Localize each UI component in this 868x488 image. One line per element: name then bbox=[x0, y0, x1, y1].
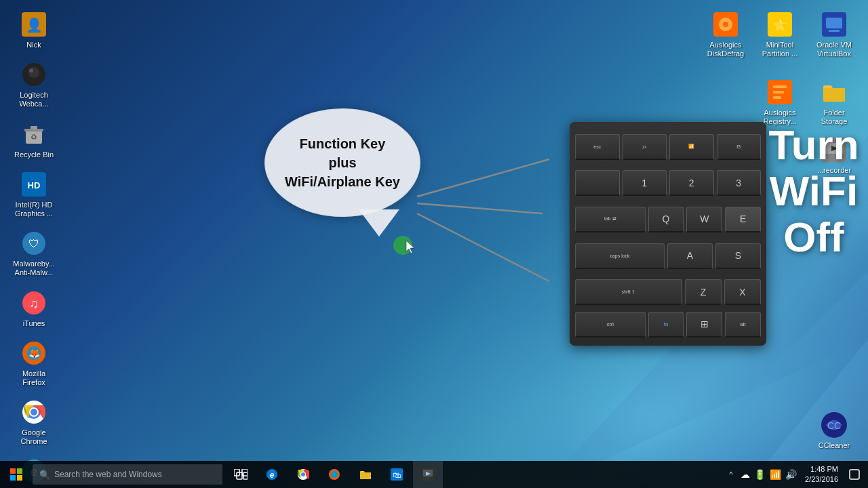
clock-date: 2/23/2016 bbox=[805, 474, 838, 485]
nick-icon: 👤 bbox=[20, 11, 47, 38]
taskbar-search[interactable]: 🔍 Search the web and Windows bbox=[33, 464, 222, 485]
svg-text:♻: ♻ bbox=[31, 133, 37, 141]
taskbar-explorer-btn[interactable] bbox=[351, 461, 380, 488]
taskbar: 🔍 Search the web and Windows e bbox=[0, 461, 868, 488]
start-button[interactable] bbox=[0, 461, 33, 488]
auslogics-reg-icon bbox=[766, 79, 793, 106]
key-blank bbox=[575, 170, 620, 196]
svg-text:HD: HD bbox=[28, 180, 41, 190]
taskbar-store-btn[interactable]: 🛍 bbox=[382, 461, 412, 488]
key-win: ⊞ bbox=[686, 312, 722, 338]
desktop-icon-intel-hd[interactable]: HD Intel(R) HDGraphics ... bbox=[7, 167, 61, 222]
search-placeholder: Search the web and Windows bbox=[54, 470, 162, 479]
desktop-icon-recycle-bin[interactable]: ♻ Recycle Bin bbox=[7, 117, 61, 163]
taskbar-right: ^ ☁ 🔋 📶 🔊 1:48 PM 2/23/2016 bbox=[719, 461, 868, 488]
minitool-label: MiniToolPartition ... bbox=[762, 41, 798, 58]
key-s: S bbox=[715, 243, 761, 269]
taskbar-firefox-btn[interactable] bbox=[319, 461, 349, 488]
key-w: W bbox=[686, 207, 722, 232]
chrome-label: GoogleChrome bbox=[20, 428, 47, 446]
recycle-bin-label: Recycle Bin bbox=[14, 150, 54, 159]
desktop-icon-chrome[interactable]: GoogleChrome bbox=[7, 394, 61, 450]
wifi-off-line2: WiFi bbox=[766, 168, 861, 214]
keyboard-row-2: 1 2 3 bbox=[575, 167, 761, 201]
desktop-icons-top-right: AuslogicsDiskDefrag ⭐ MiniToolPartition … bbox=[692, 0, 868, 62]
clock-time: 1:48 PM bbox=[805, 464, 838, 474]
desktop-icon-logitech[interactable]: LogitechWebca... bbox=[7, 57, 61, 113]
malwarebytes-label: Malwareby...Anti-Malw... bbox=[13, 260, 55, 277]
svg-line-4 bbox=[417, 159, 549, 197]
desktop-icons-left: 👤 Nick LogitechWebca... bbox=[0, 0, 68, 488]
svg-rect-76 bbox=[850, 470, 859, 479]
intel-hd-label: Intel(R) HDGraphics ... bbox=[15, 201, 53, 218]
tray-network-icon[interactable]: 📶 bbox=[770, 469, 781, 480]
tray-cloud-icon[interactable]: ☁ bbox=[741, 469, 750, 480]
svg-point-11 bbox=[29, 68, 33, 73]
taskbar-chrome-btn[interactable] bbox=[288, 461, 318, 488]
svg-text:👤: 👤 bbox=[26, 17, 43, 33]
key-2: 2 bbox=[669, 170, 714, 196]
svg-rect-43 bbox=[826, 18, 842, 28]
recycle-bin-icon: ♻ bbox=[20, 121, 47, 148]
svg-text:⭐: ⭐ bbox=[772, 18, 788, 33]
key-f1: zz bbox=[623, 134, 667, 160]
svg-text:🦊: 🦊 bbox=[28, 348, 41, 359]
desktop: 👤 Nick LogitechWebca... bbox=[0, 0, 868, 488]
taskbar-center-buttons: e bbox=[226, 461, 443, 488]
intel-hd-icon: HD bbox=[20, 171, 47, 198]
desktop-icon-itunes[interactable]: ♫ iTunes bbox=[7, 285, 61, 332]
ccleaner-label: CCleaner bbox=[818, 441, 850, 450]
key-1: 1 bbox=[623, 170, 667, 196]
svg-text:CC: CC bbox=[827, 420, 841, 431]
system-tray: ☁ 🔋 📶 🔊 bbox=[741, 469, 797, 480]
taskbar-media-btn[interactable] bbox=[413, 461, 443, 488]
svg-text:♫: ♫ bbox=[29, 297, 39, 310]
svg-point-10 bbox=[28, 67, 39, 78]
svg-rect-70 bbox=[360, 472, 371, 479]
malwarebytes-icon: 🛡 bbox=[20, 230, 47, 257]
svg-rect-55 bbox=[10, 468, 16, 474]
key-x: X bbox=[724, 279, 761, 305]
taskbar-clock[interactable]: 1:48 PM 2/23/2016 bbox=[800, 464, 844, 485]
chrome-icon bbox=[20, 399, 47, 426]
ccleaner-icon: CC bbox=[821, 411, 848, 439]
taskbar-edge-btn[interactable]: e bbox=[257, 461, 287, 488]
key-z: Z bbox=[685, 279, 722, 305]
tray-chevron[interactable]: ^ bbox=[724, 461, 738, 488]
minitool-icon: ⭐ bbox=[766, 11, 793, 38]
key-fn: fn bbox=[648, 312, 684, 338]
key-f3: f3 bbox=[717, 134, 762, 160]
bubble-line2: plus bbox=[328, 155, 356, 170]
svg-rect-56 bbox=[17, 468, 22, 474]
key-a: A bbox=[667, 243, 713, 269]
key-ctrl: ctrl bbox=[575, 312, 646, 338]
svg-text:e: e bbox=[270, 470, 275, 480]
itunes-icon: ♫ bbox=[20, 289, 47, 317]
keyboard-row-6: ctrl fn ⊞ alt bbox=[575, 312, 761, 338]
desktop-icon-nick[interactable]: 👤 Nick bbox=[7, 7, 61, 54]
svg-point-28 bbox=[31, 409, 37, 415]
svg-text:🛡: 🛡 bbox=[28, 238, 39, 249]
tray-volume-icon[interactable]: 🔊 bbox=[785, 469, 797, 480]
desktop-icon-malwarebytes[interactable]: 🛡 Malwareby...Anti-Malw... bbox=[7, 226, 61, 281]
svg-rect-57 bbox=[10, 475, 16, 481]
virtualbox-label: Oracle VMVirtualBox bbox=[816, 41, 852, 58]
auslogics-disk-label: AuslogicsDiskDefrag bbox=[707, 41, 744, 58]
cursor bbox=[405, 241, 418, 254]
nick-label: Nick bbox=[26, 41, 41, 49]
desktop-icon-ccleaner[interactable]: CC CCleaner bbox=[807, 407, 861, 454]
wifi-off-line1: Turn bbox=[766, 122, 861, 168]
desktop-icon-firefox[interactable]: 🦊 MozillaFirefox bbox=[7, 336, 61, 391]
key-alt: alt bbox=[725, 312, 761, 338]
desktop-icon-auslogics-disk[interactable]: AuslogicsDiskDefrag bbox=[698, 7, 753, 62]
notification-btn[interactable] bbox=[846, 461, 863, 488]
desktop-icon-virtualbox[interactable]: Oracle VMVirtualBox bbox=[807, 7, 861, 62]
keyboard-row-1: esc zz 📶 f3 bbox=[575, 130, 761, 164]
logitech-label: LogitechWebca... bbox=[19, 91, 48, 108]
key-f2: 📶 bbox=[669, 134, 714, 160]
firefox-icon: 🦊 bbox=[20, 340, 47, 367]
tray-battery-icon[interactable]: 🔋 bbox=[754, 469, 766, 480]
taskbar-task-view[interactable] bbox=[226, 461, 256, 488]
svg-point-69 bbox=[331, 471, 338, 478]
desktop-icon-minitool[interactable]: ⭐ MiniToolPartition ... bbox=[753, 7, 807, 62]
